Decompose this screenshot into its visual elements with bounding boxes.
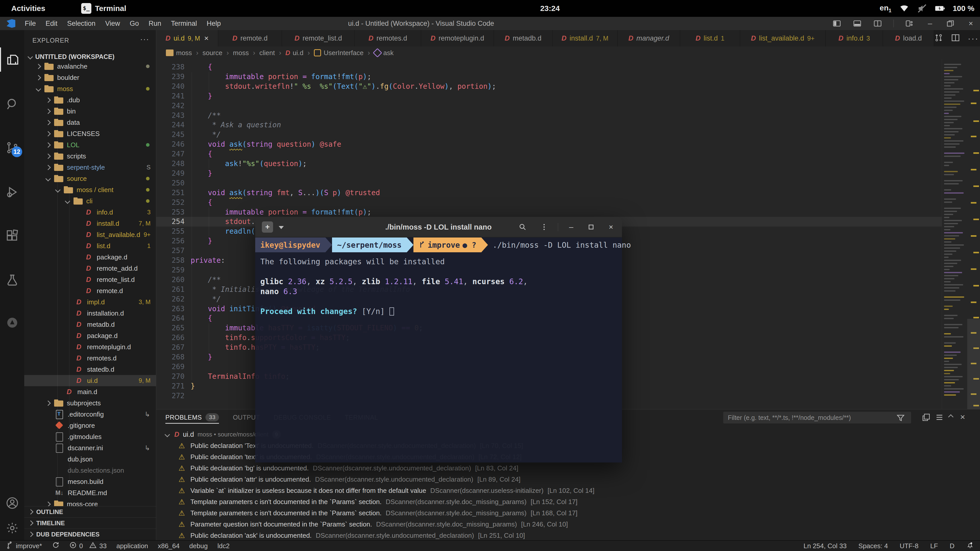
more-actions-icon[interactable]: ··· [968, 33, 979, 43]
status-utf-8[interactable]: UTF-8 [900, 542, 918, 550]
terminal-maximize-button[interactable] [586, 222, 596, 232]
activity-extensions-icon[interactable] [0, 224, 24, 248]
activity-files-icon[interactable] [0, 48, 24, 72]
tree-item-installation.d[interactable]: Dinstallation.d [24, 308, 156, 319]
floating-terminal-window[interactable]: + ./bin/moss -D LOL install nano – × ike… [255, 217, 622, 462]
tree-item-info.d[interactable]: Dinfo.d3 [24, 206, 156, 218]
split-editor-layout-icon[interactable] [873, 19, 882, 28]
filter-icon[interactable] [896, 414, 905, 424]
tree-item-meson.build[interactable]: meson.build [24, 476, 156, 487]
menu-edit[interactable]: Edit [41, 17, 62, 30]
tree-item-README.md[interactable]: M↓README.md [24, 487, 156, 499]
tree-item-subprojects[interactable]: subprojects [24, 397, 156, 409]
tab-list_available.d[interactable]: Dlist_available.d9+ [740, 30, 826, 46]
tab-remoteplugin.d[interactable]: Dremoteplugin.d [421, 30, 494, 46]
open-changes-icon[interactable] [934, 33, 943, 43]
terminal-new-tab-button[interactable]: + [262, 221, 273, 233]
menu-go[interactable]: Go [125, 17, 144, 30]
breadcrumb[interactable]: moss›source›moss›client›Dui.d›UserInterf… [156, 46, 980, 59]
tab-remote_list.d[interactable]: Dremote_list.d [282, 30, 355, 46]
terminal-menu-kebab-icon[interactable] [539, 222, 549, 232]
clock[interactable]: 23:24 [540, 0, 560, 17]
status-ldc2[interactable]: ldc2 [218, 542, 230, 550]
tree-item-remote.d[interactable]: Dremote.d [24, 285, 156, 297]
tree-item-data[interactable]: data [24, 117, 156, 128]
tree-item-list.d[interactable]: Dlist.d1 [24, 240, 156, 251]
problem-row[interactable]: ⚠Public declaration 'ask' is undocumente… [156, 530, 980, 541]
tree-item-.editorconfig[interactable]: .editorconfig↳ [24, 409, 156, 420]
tree-item-moss-client[interactable]: moss / client [24, 184, 156, 195]
tree-item-.dub[interactable]: .dub [24, 94, 156, 106]
tree-item-install.d[interactable]: Dinstall.d7, M [24, 218, 156, 229]
status-debug[interactable]: debug [189, 542, 208, 550]
activity-source-control-icon[interactable]: 12 [0, 135, 24, 160]
minimize-button[interactable]: – [925, 19, 935, 28]
tree-item-dscanner.ini[interactable]: dscanner.ini↳ [24, 442, 156, 454]
menu-run[interactable]: Run [144, 17, 166, 30]
tree-item-dub.selections.json[interactable]: dub.selections.json [24, 465, 156, 476]
status-lf[interactable]: LF [930, 542, 938, 550]
section-outline[interactable]: OUTLINE [24, 506, 156, 517]
activity-settings-gear-icon[interactable] [0, 516, 24, 540]
tab-load.d[interactable]: Dload.d [883, 30, 934, 46]
minimap[interactable] [942, 59, 967, 409]
tree-item-moss[interactable]: moss [24, 83, 156, 94]
tab-install.d[interactable]: Dinstall.d7, M [552, 30, 617, 46]
problem-row[interactable]: ⚠Variable `at` initializer is useless be… [156, 485, 980, 496]
tree-item-.gitmodules[interactable]: .gitmodules [24, 431, 156, 442]
terminal-tab-dropdown-icon[interactable] [279, 226, 284, 229]
breadcrumb-item-ask[interactable]: ask [374, 49, 393, 57]
tree-item-remote-list.d[interactable]: Dremote_list.d [24, 274, 156, 285]
tab-manager.d[interactable]: Dmanager.d [617, 30, 680, 46]
tree-item-bin[interactable]: bin [24, 106, 156, 117]
activity-testing-icon[interactable] [0, 268, 24, 292]
tree-item-LOL[interactable]: LOL [24, 139, 156, 151]
toggle-sidebar-icon[interactable] [832, 19, 842, 28]
keyboard-layout-indicator[interactable]: en1 [880, 3, 891, 14]
maximize-panel-icon[interactable] [949, 415, 953, 420]
section-timeline[interactable]: TIMELINE [24, 517, 156, 529]
status-sync-icon[interactable] [52, 541, 59, 551]
tree-item-metadb.d[interactable]: Dmetadb.d [24, 319, 156, 330]
status-x86-64[interactable]: x86_64 [158, 542, 180, 550]
menu-help[interactable]: Help [202, 17, 226, 30]
terminal-title-bar[interactable]: + ./bin/moss -D LOL install nano – × [255, 217, 622, 237]
terminal-content[interactable]: ikey@lispydev ~/serpent/moss improve ● ?… [255, 238, 622, 462]
tab-list.d[interactable]: Dlist.d1 [680, 30, 740, 46]
close-button[interactable]: × [966, 19, 975, 28]
terminal-close-button[interactable]: × [606, 222, 616, 232]
collapse-all-icon[interactable] [922, 413, 931, 423]
tree-item-dub.json[interactable]: dub.json [24, 454, 156, 465]
breadcrumb-item-client[interactable]: client [259, 49, 275, 57]
status-application[interactable]: application [116, 542, 148, 550]
tree-item-impl.d[interactable]: Dimpl.d3, M [24, 297, 156, 308]
breadcrumb-item-moss[interactable]: moss [166, 49, 192, 57]
editor-scrollbar[interactable] [967, 319, 980, 409]
menu-selection[interactable]: Selection [62, 17, 100, 30]
tree-item-remotes.d[interactable]: Dremotes.d [24, 353, 156, 364]
tree-item-serpent-style[interactable]: serpent-styleS [24, 162, 156, 173]
tree-item-ui.d[interactable]: Dui.d9, M [24, 375, 156, 386]
problem-row[interactable]: ⚠Template parameters c isn't documented … [156, 507, 980, 519]
tree-item-boulder[interactable]: boulder [24, 72, 156, 83]
tree-item-LICENSES[interactable]: LICENSES [24, 128, 156, 139]
terminal-minimize-button[interactable]: – [566, 222, 576, 232]
close-panel-icon[interactable]: × [960, 412, 965, 422]
activity-run-debug-icon[interactable] [0, 180, 24, 204]
section-dub-dependencies[interactable]: DUB DEPENDENCIES [24, 529, 156, 540]
tab-remotes.d[interactable]: Dremotes.d [355, 30, 421, 46]
tab-problems[interactable]: PROBLEMS 33 [165, 410, 219, 425]
tab-remote.d[interactable]: Dremote.d [218, 30, 282, 46]
tree-item-avalanche[interactable]: avalanche [24, 61, 156, 72]
menu-view[interactable]: View [100, 17, 125, 30]
tab-ui.d[interactable]: Dui.d9, M× [156, 30, 218, 46]
terminal-search-icon[interactable] [517, 222, 528, 232]
breadcrumb-item-moss[interactable]: moss [233, 49, 249, 57]
tree-item-moss-core[interactable]: moss-core [24, 499, 156, 507]
focused-app-indicator[interactable]: $_ Terminal [81, 0, 126, 17]
restore-button[interactable] [946, 19, 955, 28]
customize-layout-icon[interactable] [905, 19, 914, 28]
status-improve-[interactable]: improve* [6, 541, 42, 551]
activity-account-icon[interactable] [0, 491, 24, 515]
activity-avalanche-icon[interactable] [0, 310, 24, 335]
